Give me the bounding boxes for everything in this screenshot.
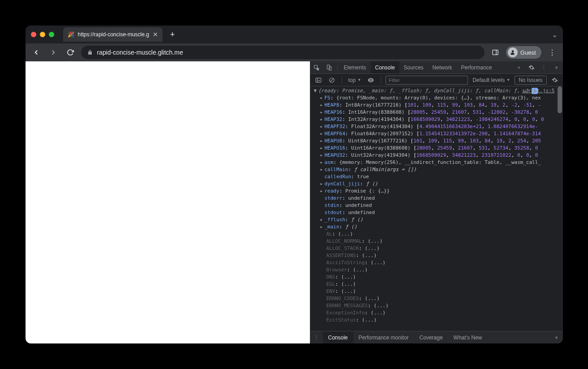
content-area: ElementsConsoleSourcesNetworkPerformance… bbox=[26, 61, 563, 343]
chevron-down-icon: ▼ bbox=[357, 78, 361, 82]
drawer-tab-coverage[interactable]: Coverage bbox=[414, 331, 448, 343]
devtools-drawer: ⋮ ConsolePerformance monitorCoverageWhat… bbox=[310, 331, 563, 343]
console-settings-button[interactable] bbox=[549, 75, 560, 86]
prop-row-dim[interactable]: ASSERTIONS: (...) bbox=[314, 252, 563, 259]
close-drawer-button[interactable]: ✕ bbox=[550, 331, 563, 344]
devtools-menu-button[interactable]: ⋮ bbox=[538, 61, 550, 74]
devtools-tab-performance[interactable]: Performance bbox=[457, 61, 497, 73]
scrollbar-thumb[interactable] bbox=[558, 86, 562, 113]
settings-button[interactable] bbox=[525, 61, 538, 74]
prop-row-dim[interactable]: AL: (...) bbox=[314, 231, 563, 238]
prop-row[interactable]: ▸_main: ƒ () bbox=[314, 223, 563, 231]
close-tab-button[interactable]: ✕ bbox=[153, 31, 158, 38]
console-filter[interactable] bbox=[386, 76, 468, 85]
issues-button[interactable]: No Issues bbox=[515, 76, 546, 85]
svg-line-9 bbox=[330, 78, 333, 82]
prop-row[interactable]: ▸callMain: ƒ callMain(args = []) bbox=[314, 166, 563, 173]
favicon-icon: 🎉 bbox=[68, 31, 74, 38]
drawer-tab-console[interactable]: Console bbox=[323, 331, 353, 343]
chevron-down-icon: ▼ bbox=[506, 78, 510, 82]
tab-title: https://rapid-concise-muscle.g bbox=[78, 31, 149, 38]
reload-button[interactable] bbox=[64, 46, 77, 59]
drawer-tab-performance-monitor[interactable]: Performance monitor bbox=[353, 331, 414, 343]
prop-row[interactable]: ▸asm: {memory: Memory(256), __indirect_f… bbox=[314, 159, 563, 166]
prop-row[interactable]: ▸HEAPU32: Uint32Array(4194304) [16685090… bbox=[314, 152, 563, 159]
browser-window: 🎉 https://rapid-concise-muscle.g ✕ + ⌄ r… bbox=[26, 26, 563, 343]
prop-row[interactable]: ▸HEAPF32: Float32Array(4194304) [4.49044… bbox=[314, 123, 563, 130]
lock-icon bbox=[87, 50, 93, 55]
prop-row-dim[interactable]: ERRNO_MESSAGES: (...) bbox=[314, 302, 563, 309]
devtools-tab-network[interactable]: Network bbox=[428, 61, 457, 73]
inspect-element-button[interactable] bbox=[310, 61, 323, 74]
prop-row-dim[interactable]: AsciiToString: (...) bbox=[314, 259, 563, 266]
window-controls bbox=[31, 32, 54, 37]
prop-row[interactable]: ▸HEAP32: Int32Array(4194304) [1668509029… bbox=[314, 116, 563, 123]
side-panel-button[interactable] bbox=[489, 46, 502, 59]
console-toolbar: top ▼ Default levels ▼ No Issues bbox=[310, 74, 563, 86]
close-window-button[interactable] bbox=[31, 32, 36, 37]
prop-row-dim[interactable]: ExitStatus: (...) bbox=[314, 317, 563, 324]
prop-row-dim[interactable]: DNS: (...) bbox=[314, 274, 563, 281]
prop-row[interactable]: ▸ready: Promise {: {…}} bbox=[314, 188, 563, 195]
minimize-window-button[interactable] bbox=[40, 32, 45, 37]
log-level-selector[interactable]: Default levels ▼ bbox=[471, 77, 512, 83]
prop-row-dim[interactable]: ExceptionInfo: (...) bbox=[314, 309, 563, 317]
prop-row-dim[interactable]: ENV: (...) bbox=[314, 288, 563, 295]
devtools-tab-sources[interactable]: Sources bbox=[399, 61, 428, 73]
prop-row[interactable]: ▸dynCall_jiji: ƒ () bbox=[314, 180, 563, 188]
prop-row[interactable]: ▸_fflush: ƒ () bbox=[314, 216, 563, 223]
prop-row[interactable]: ▸HEAPF64: Float64Array(2097152) [1.15454… bbox=[314, 130, 563, 137]
prop-row[interactable]: stdout: undefined bbox=[314, 209, 563, 216]
browser-tab[interactable]: 🎉 https://rapid-concise-muscle.g ✕ bbox=[63, 27, 163, 42]
svg-point-2 bbox=[511, 50, 514, 52]
devtools-panel: ElementsConsoleSourcesNetworkPerformance… bbox=[310, 61, 563, 343]
prop-row-dim[interactable]: Browser: (...) bbox=[314, 266, 563, 274]
prop-row-dim[interactable]: ALLOC_NORMAL: (...) bbox=[314, 238, 563, 245]
browser-menu-button[interactable]: ⋮ bbox=[546, 48, 558, 57]
console-output[interactable]: script.js:5 ▼{ready: Promise, _main: ƒ, … bbox=[310, 86, 563, 331]
prop-row-dim[interactable]: ALLOC_STACK: (...) bbox=[314, 245, 563, 252]
new-tab-button[interactable]: + bbox=[166, 28, 179, 41]
drawer-tab-what-s-new[interactable]: What's New bbox=[448, 331, 488, 343]
profile-label: Guest bbox=[520, 49, 536, 56]
more-tabs-button[interactable]: » bbox=[513, 61, 525, 74]
back-button[interactable] bbox=[30, 46, 43, 59]
svg-rect-0 bbox=[493, 50, 498, 55]
prop-row[interactable]: stdin: undefined bbox=[314, 202, 563, 209]
profile-button[interactable]: Guest bbox=[506, 46, 541, 59]
console-sidebar-toggle[interactable] bbox=[313, 75, 324, 86]
execution-context-selector[interactable]: top ▼ bbox=[347, 77, 363, 83]
prop-row[interactable]: ▸FS: {root: FSNode, mounts: Array(0), de… bbox=[314, 94, 563, 102]
prop-row[interactable]: ▸HEAP16: Int16Array(8388608) [28005, 254… bbox=[314, 109, 563, 116]
devtools-tab-console[interactable]: Console bbox=[371, 61, 399, 73]
svg-point-10 bbox=[370, 79, 372, 81]
address-bar[interactable]: rapid-concise-muscle.glitch.me bbox=[81, 46, 485, 59]
context-label: top bbox=[348, 77, 356, 83]
maximize-window-button[interactable] bbox=[49, 32, 54, 37]
close-devtools-button[interactable]: ✕ bbox=[550, 61, 563, 74]
prop-row-dim[interactable]: EGL: (...) bbox=[314, 281, 563, 288]
tab-strip: 🎉 https://rapid-concise-muscle.g ✕ + ⌄ bbox=[26, 26, 563, 43]
source-link[interactable]: script.js:5 bbox=[522, 87, 555, 94]
prop-row[interactable]: stderr: undefined bbox=[314, 195, 563, 202]
filter-input[interactable] bbox=[386, 76, 468, 85]
device-mode-button[interactable] bbox=[323, 61, 335, 74]
avatar-icon bbox=[508, 47, 518, 57]
browser-toolbar: rapid-concise-muscle.glitch.me Guest ⋮ bbox=[26, 43, 563, 61]
prop-row[interactable]: ▸HEAPU8: Uint8Array(16777216) [101, 109,… bbox=[314, 137, 563, 145]
page-viewport[interactable] bbox=[26, 61, 310, 343]
url-text: rapid-concise-muscle.glitch.me bbox=[97, 49, 183, 56]
prop-row[interactable]: ▸HEAPU16: Uint16Array(8388608) [28005, 2… bbox=[314, 145, 563, 152]
live-expression-button[interactable] bbox=[365, 75, 376, 86]
clear-console-button[interactable] bbox=[326, 75, 337, 86]
forward-button[interactable] bbox=[47, 46, 60, 59]
prop-row[interactable]: ▸HEAP8: Int8Array(16777216) [101, 109, 1… bbox=[314, 102, 563, 109]
prop-row[interactable]: calledRun: true bbox=[314, 173, 563, 180]
tab-search-button[interactable]: ⌄ bbox=[552, 30, 558, 39]
devtools-tab-elements[interactable]: Elements bbox=[339, 61, 371, 73]
drawer-menu-button[interactable]: ⋮ bbox=[310, 331, 323, 344]
prop-row-dim[interactable]: ERRNO_CODES: (...) bbox=[314, 295, 563, 302]
devtools-tab-bar: ElementsConsoleSourcesNetworkPerformance… bbox=[310, 61, 563, 74]
